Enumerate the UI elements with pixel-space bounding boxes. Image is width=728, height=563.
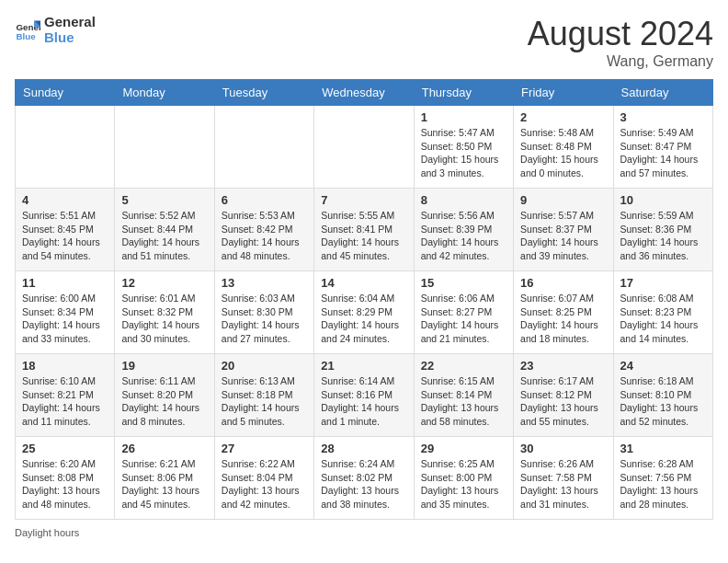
day-number: 22	[421, 359, 506, 373]
day-number: 14	[321, 276, 406, 290]
calendar-cell	[214, 106, 313, 189]
calendar-cell: 13Sunrise: 6:03 AM Sunset: 8:30 PM Dayli…	[214, 271, 313, 354]
page-header: General Blue General Blue August 2024 Wa…	[15, 15, 713, 70]
day-number: 17	[620, 276, 706, 290]
day-info: Sunrise: 5:57 AM Sunset: 8:37 PM Dayligh…	[520, 209, 606, 263]
calendar-cell: 22Sunrise: 6:15 AM Sunset: 8:14 PM Dayli…	[414, 354, 513, 437]
day-number: 13	[222, 276, 307, 290]
svg-text:Blue: Blue	[16, 30, 36, 40]
calendar-cell: 26Sunrise: 6:21 AM Sunset: 8:06 PM Dayli…	[115, 437, 214, 520]
day-number: 16	[520, 276, 606, 290]
calendar-cell: 16Sunrise: 6:07 AM Sunset: 8:25 PM Dayli…	[514, 271, 613, 354]
day-info: Sunrise: 6:26 AM Sunset: 7:58 PM Dayligh…	[520, 457, 606, 511]
day-number: 18	[22, 359, 108, 373]
day-number: 25	[22, 442, 108, 455]
day-number: 1	[421, 110, 506, 124]
calendar-cell	[16, 106, 115, 189]
calendar-week-5: 25Sunrise: 6:20 AM Sunset: 8:08 PM Dayli…	[16, 437, 713, 520]
day-number: 21	[321, 359, 406, 373]
calendar-cell: 24Sunrise: 6:18 AM Sunset: 8:10 PM Dayli…	[613, 354, 712, 437]
calendar-cell: 10Sunrise: 5:59 AM Sunset: 8:36 PM Dayli…	[613, 189, 712, 271]
calendar-cell: 1Sunrise: 5:47 AM Sunset: 8:50 PM Daylig…	[414, 106, 513, 189]
location: Wang, Germany	[528, 53, 713, 70]
day-info: Sunrise: 6:14 AM Sunset: 8:16 PM Dayligh…	[321, 374, 406, 429]
calendar-header-tuesday: Tuesday	[214, 80, 313, 106]
day-info: Sunrise: 5:52 AM Sunset: 8:44 PM Dayligh…	[121, 209, 207, 263]
day-number: 28	[321, 442, 406, 455]
day-info: Sunrise: 6:22 AM Sunset: 8:04 PM Dayligh…	[222, 457, 307, 511]
calendar-cell: 8Sunrise: 5:56 AM Sunset: 8:39 PM Daylig…	[414, 189, 513, 271]
calendar-cell: 6Sunrise: 5:53 AM Sunset: 8:42 PM Daylig…	[214, 189, 313, 271]
day-number: 3	[620, 110, 706, 124]
calendar-week-1: 1Sunrise: 5:47 AM Sunset: 8:50 PM Daylig…	[16, 106, 713, 189]
day-number: 31	[620, 442, 706, 455]
day-number: 29	[421, 442, 506, 455]
day-info: Sunrise: 5:55 AM Sunset: 8:41 PM Dayligh…	[321, 209, 406, 263]
day-info: Sunrise: 6:21 AM Sunset: 8:06 PM Dayligh…	[121, 457, 207, 511]
calendar-cell	[314, 106, 414, 189]
calendar-cell: 17Sunrise: 6:08 AM Sunset: 8:23 PM Dayli…	[613, 271, 712, 354]
day-info: Sunrise: 6:11 AM Sunset: 8:20 PM Dayligh…	[121, 374, 207, 429]
calendar-cell: 27Sunrise: 6:22 AM Sunset: 8:04 PM Dayli…	[214, 437, 313, 520]
calendar-header-friday: Friday	[514, 80, 613, 106]
calendar-cell: 23Sunrise: 6:17 AM Sunset: 8:12 PM Dayli…	[514, 354, 613, 437]
day-number: 6	[222, 193, 307, 207]
calendar-cell: 9Sunrise: 5:57 AM Sunset: 8:37 PM Daylig…	[514, 189, 613, 271]
day-number: 12	[121, 276, 207, 290]
calendar-cell: 19Sunrise: 6:11 AM Sunset: 8:20 PM Dayli…	[115, 354, 214, 437]
day-number: 11	[22, 276, 108, 290]
day-info: Sunrise: 6:18 AM Sunset: 8:10 PM Dayligh…	[620, 374, 706, 429]
calendar-cell: 4Sunrise: 5:51 AM Sunset: 8:45 PM Daylig…	[16, 189, 115, 271]
calendar-cell: 3Sunrise: 5:49 AM Sunset: 8:47 PM Daylig…	[613, 106, 712, 189]
calendar-header-wednesday: Wednesday	[314, 80, 414, 106]
calendar-cell: 30Sunrise: 6:26 AM Sunset: 7:58 PM Dayli…	[514, 437, 613, 520]
day-info: Sunrise: 6:28 AM Sunset: 7:56 PM Dayligh…	[620, 457, 706, 511]
day-number: 5	[121, 193, 207, 207]
day-info: Sunrise: 6:10 AM Sunset: 8:21 PM Dayligh…	[22, 374, 108, 429]
day-number: 7	[321, 193, 406, 207]
calendar-cell: 18Sunrise: 6:10 AM Sunset: 8:21 PM Dayli…	[16, 354, 115, 437]
calendar-header-thursday: Thursday	[414, 80, 513, 106]
day-number: 10	[620, 193, 706, 207]
day-number: 8	[421, 193, 506, 207]
calendar-cell: 5Sunrise: 5:52 AM Sunset: 8:44 PM Daylig…	[115, 189, 214, 271]
day-info: Sunrise: 5:59 AM Sunset: 8:36 PM Dayligh…	[620, 209, 706, 263]
day-number: 27	[222, 442, 307, 455]
calendar-cell: 15Sunrise: 6:06 AM Sunset: 8:27 PM Dayli…	[414, 271, 513, 354]
calendar-cell: 2Sunrise: 5:48 AM Sunset: 8:48 PM Daylig…	[514, 106, 613, 189]
day-info: Sunrise: 5:49 AM Sunset: 8:47 PM Dayligh…	[620, 126, 706, 180]
day-info: Sunrise: 5:51 AM Sunset: 8:45 PM Dayligh…	[22, 209, 108, 263]
day-number: 9	[520, 193, 606, 207]
calendar-cell: 21Sunrise: 6:14 AM Sunset: 8:16 PM Dayli…	[314, 354, 414, 437]
calendar-table: SundayMondayTuesdayWednesdayThursdayFrid…	[15, 79, 713, 520]
day-info: Sunrise: 6:04 AM Sunset: 8:29 PM Dayligh…	[321, 292, 406, 346]
calendar-cell: 29Sunrise: 6:25 AM Sunset: 8:00 PM Dayli…	[414, 437, 513, 520]
calendar-cell: 12Sunrise: 6:01 AM Sunset: 8:32 PM Dayli…	[115, 271, 214, 354]
calendar-header-saturday: Saturday	[613, 80, 712, 106]
logo-general: General	[44, 15, 96, 30]
day-number: 24	[620, 359, 706, 373]
day-info: Sunrise: 6:25 AM Sunset: 8:00 PM Dayligh…	[421, 457, 506, 511]
day-info: Sunrise: 6:06 AM Sunset: 8:27 PM Dayligh…	[421, 292, 506, 346]
logo-blue: Blue	[44, 30, 96, 46]
day-info: Sunrise: 5:56 AM Sunset: 8:39 PM Dayligh…	[421, 209, 506, 263]
day-number: 19	[121, 359, 207, 373]
day-info: Sunrise: 6:15 AM Sunset: 8:14 PM Dayligh…	[421, 374, 506, 429]
day-number: 26	[121, 442, 207, 455]
day-info: Sunrise: 6:08 AM Sunset: 8:23 PM Dayligh…	[620, 292, 706, 346]
calendar-header-monday: Monday	[115, 80, 214, 106]
calendar-cell	[115, 106, 214, 189]
calendar-cell: 7Sunrise: 5:55 AM Sunset: 8:41 PM Daylig…	[314, 189, 414, 271]
title-block: August 2024 Wang, Germany	[528, 15, 713, 70]
calendar-cell: 20Sunrise: 6:13 AM Sunset: 8:18 PM Dayli…	[214, 354, 313, 437]
day-info: Sunrise: 6:00 AM Sunset: 8:34 PM Dayligh…	[22, 292, 108, 346]
day-info: Sunrise: 6:03 AM Sunset: 8:30 PM Dayligh…	[222, 292, 307, 346]
calendar-cell: 31Sunrise: 6:28 AM Sunset: 7:56 PM Dayli…	[613, 437, 712, 520]
day-number: 30	[520, 442, 606, 455]
logo: General Blue General Blue	[15, 15, 96, 45]
footer-note: Daylight hours	[15, 527, 713, 538]
calendar-cell: 25Sunrise: 6:20 AM Sunset: 8:08 PM Dayli…	[16, 437, 115, 520]
day-info: Sunrise: 5:48 AM Sunset: 8:48 PM Dayligh…	[520, 126, 606, 180]
calendar-cell: 11Sunrise: 6:00 AM Sunset: 8:34 PM Dayli…	[16, 271, 115, 354]
day-info: Sunrise: 5:53 AM Sunset: 8:42 PM Dayligh…	[222, 209, 307, 263]
